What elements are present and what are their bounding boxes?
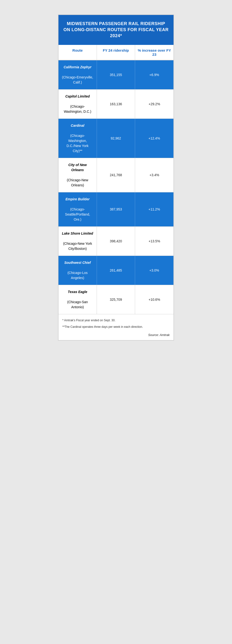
route-detail: (Chicago-Seattle/Portland, Ore.)	[62, 207, 93, 222]
route-detail: (Chicago-Emeryville, Calif.)	[62, 75, 93, 85]
ridership-cell: 351,155	[97, 60, 135, 89]
table-row: Cardinal(Chicago-Washington, D.C./New Yo…	[59, 119, 173, 158]
table-body: California Zephyr(Chicago-Emeryville, Ca…	[59, 60, 173, 314]
ridership-cell: 398,420	[97, 227, 135, 256]
route-name: Texas Eagle	[68, 290, 87, 294]
route-detail: (Chicago-Washington, D.C./New York City)…	[62, 133, 93, 154]
route-detail: (Chicago-San Antonio)	[62, 300, 93, 310]
table-row: Lake Shore Limited(Chicago-New York City…	[59, 227, 173, 256]
route-cell: Southwest Chief(Chicago-Los Angeles)	[59, 256, 97, 285]
footnote-1: * Amtrak's Fiscal year ended on Sept. 30…	[62, 318, 170, 323]
main-table: MIDWESTERN PASSENGER RAIL RIDERSHIP ON L…	[58, 14, 174, 340]
ridership-cell: 387,953	[97, 192, 135, 226]
increase-cell: +10.6%	[135, 285, 173, 314]
table-row: Empire Builder(Chicago-Seattle/Portland,…	[59, 192, 173, 227]
table-title: MIDWESTERN PASSENGER RAIL RIDERSHIP ON L…	[59, 15, 173, 45]
table-row: City of New Orleans(Chicago-New Orleans)…	[59, 158, 173, 192]
table-row: California Zephyr(Chicago-Emeryville, Ca…	[59, 60, 173, 90]
route-name: Lake Shore Limited	[62, 231, 93, 236]
route-cell: Empire Builder(Chicago-Seattle/Portland,…	[59, 192, 97, 226]
route-name: Empire Builder	[66, 197, 90, 202]
route-name: Southwest Chief	[64, 260, 91, 265]
table-row: Texas Eagle(Chicago-San Antonio)325,709+…	[59, 285, 173, 314]
route-detail: (Chicago-Washington, D.C.)	[62, 104, 93, 114]
ridership-cell: 163,136	[97, 90, 135, 118]
route-cell: Texas Eagle(Chicago-San Antonio)	[59, 285, 97, 314]
route-detail: (Chicago-Los Angeles)	[62, 270, 93, 280]
increase-cell: +3.4%	[135, 158, 173, 192]
ridership-cell: 261,485	[97, 256, 135, 285]
source-line: Source: Amtrak	[59, 333, 173, 340]
table-header: Route FY 24 ridership % increase over FY…	[59, 45, 173, 60]
header-ridership: FY 24 ridership	[97, 45, 135, 60]
footnotes: * Amtrak's Fiscal year ended on Sept. 30…	[59, 314, 173, 333]
ridership-cell: 325,709	[97, 285, 135, 314]
ridership-cell: 92,962	[97, 119, 135, 158]
route-cell: Capitol Limited(Chicago-Washington, D.C.…	[59, 90, 97, 118]
increase-cell: +3.0%	[135, 256, 173, 285]
route-cell: City of New Orleans(Chicago-New Orleans)	[59, 158, 97, 192]
route-detail: (Chicago-New Orleans)	[62, 178, 93, 188]
route-cell: Lake Shore Limited(Chicago-New York City…	[59, 227, 97, 256]
increase-cell: +6.9%	[135, 60, 173, 89]
ridership-cell: 241,768	[97, 158, 135, 192]
route-name: Capitol Limited	[65, 94, 90, 99]
increase-cell: +11.2%	[135, 192, 173, 226]
route-name: Cardinal	[71, 123, 84, 128]
footnote-2: **The Cardinal operates three days per w…	[62, 325, 170, 329]
increase-cell: +13.5%	[135, 227, 173, 256]
table-row: Southwest Chief(Chicago-Los Angeles)261,…	[59, 256, 173, 285]
increase-cell: +12.4%	[135, 119, 173, 158]
route-name: California Zephyr	[64, 65, 91, 70]
increase-cell: +29.2%	[135, 90, 173, 118]
header-route: Route	[59, 45, 97, 60]
route-detail: (Chicago-New York City/Boston)	[62, 241, 93, 251]
route-name: City of New Orleans	[62, 162, 93, 172]
route-cell: California Zephyr(Chicago-Emeryville, Ca…	[59, 60, 97, 89]
header-increase: % increase over FY 23	[135, 45, 173, 60]
route-cell: Cardinal(Chicago-Washington, D.C./New Yo…	[59, 119, 97, 158]
table-row: Capitol Limited(Chicago-Washington, D.C.…	[59, 90, 173, 119]
